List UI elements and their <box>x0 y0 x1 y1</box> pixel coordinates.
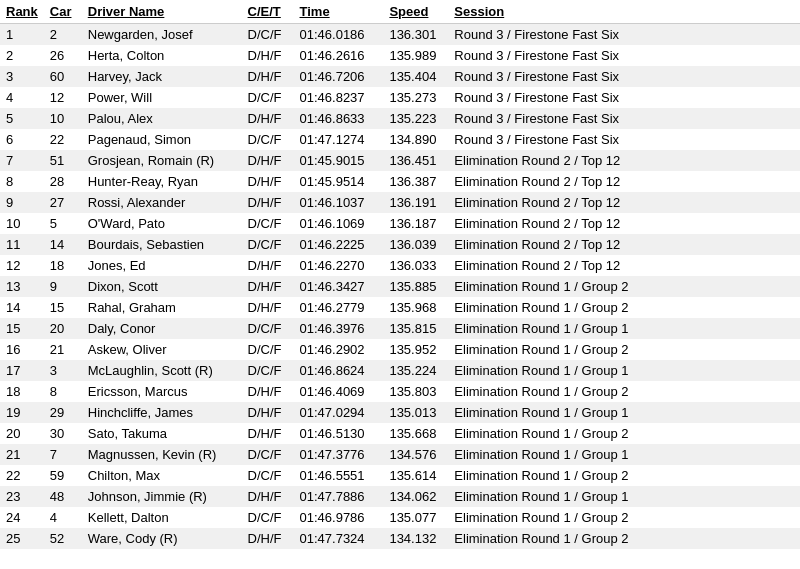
cell-car: 21 <box>44 339 82 360</box>
cell-session: Elimination Round 2 / Top 12 <box>448 171 800 192</box>
cell-time: 01:46.2616 <box>294 45 384 66</box>
cell-speed: 135.668 <box>383 423 448 444</box>
table-row: 217Magnussen, Kevin (R)D/C/F01:47.377613… <box>0 444 800 465</box>
cell-car: 2 <box>44 24 82 46</box>
cell-driver: Palou, Alex <box>82 108 242 129</box>
cell-rank: 21 <box>0 444 44 465</box>
cell-session: Round 3 / Firestone Fast Six <box>448 108 800 129</box>
cell-time: 01:45.9015 <box>294 150 384 171</box>
cell-speed: 135.223 <box>383 108 448 129</box>
cell-session: Elimination Round 1 / Group 2 <box>448 381 800 402</box>
header-time: Time <box>294 0 384 24</box>
cell-rank: 24 <box>0 507 44 528</box>
cell-car: 26 <box>44 45 82 66</box>
table-row: 105O'Ward, PatoD/C/F01:46.1069136.187Eli… <box>0 213 800 234</box>
cell-car: 52 <box>44 528 82 549</box>
cell-speed: 136.451 <box>383 150 448 171</box>
cell-rank: 3 <box>0 66 44 87</box>
cell-car: 12 <box>44 87 82 108</box>
cell-session: Elimination Round 1 / Group 1 <box>448 360 800 381</box>
table-row: 622Pagenaud, SimonD/C/F01:47.1274134.890… <box>0 129 800 150</box>
cell-speed: 136.039 <box>383 234 448 255</box>
cell-car: 4 <box>44 507 82 528</box>
cell-driver: Kellett, Dalton <box>82 507 242 528</box>
cell-cet: D/C/F <box>242 318 294 339</box>
table-row: 188Ericsson, MarcusD/H/F01:46.4069135.80… <box>0 381 800 402</box>
cell-time: 01:46.2225 <box>294 234 384 255</box>
cell-time: 01:46.7206 <box>294 66 384 87</box>
table-row: 226Herta, ColtonD/H/F01:46.2616135.989Ro… <box>0 45 800 66</box>
cell-driver: Hinchcliffe, James <box>82 402 242 423</box>
cell-rank: 9 <box>0 192 44 213</box>
cell-speed: 134.062 <box>383 486 448 507</box>
cell-car: 8 <box>44 381 82 402</box>
cell-session: Elimination Round 1 / Group 1 <box>448 444 800 465</box>
cell-rank: 23 <box>0 486 44 507</box>
cell-time: 01:46.1037 <box>294 192 384 213</box>
cell-speed: 135.952 <box>383 339 448 360</box>
table-row: 927Rossi, AlexanderD/H/F01:46.1037136.19… <box>0 192 800 213</box>
cell-cet: D/C/F <box>242 339 294 360</box>
cell-cet: D/H/F <box>242 423 294 444</box>
cell-session: Elimination Round 1 / Group 2 <box>448 507 800 528</box>
table-row: 1415Rahal, GrahamD/H/F01:46.2779135.968E… <box>0 297 800 318</box>
cell-cet: D/H/F <box>242 528 294 549</box>
cell-time: 01:46.5551 <box>294 465 384 486</box>
cell-session: Elimination Round 1 / Group 2 <box>448 423 800 444</box>
table-row: 751Grosjean, Romain (R)D/H/F01:45.901513… <box>0 150 800 171</box>
cell-time: 01:46.8633 <box>294 108 384 129</box>
cell-rank: 6 <box>0 129 44 150</box>
table-row: 828Hunter-Reay, RyanD/H/F01:45.9514136.3… <box>0 171 800 192</box>
cell-speed: 135.968 <box>383 297 448 318</box>
cell-driver: Power, Will <box>82 87 242 108</box>
cell-driver: Herta, Colton <box>82 45 242 66</box>
cell-rank: 15 <box>0 318 44 339</box>
cell-cet: D/H/F <box>242 66 294 87</box>
cell-driver: Bourdais, Sebastien <box>82 234 242 255</box>
table-row: 173McLaughlin, Scott (R)D/C/F01:46.86241… <box>0 360 800 381</box>
cell-session: Elimination Round 1 / Group 1 <box>448 402 800 423</box>
cell-car: 22 <box>44 129 82 150</box>
header-rank: Rank <box>0 0 44 24</box>
cell-driver: Rahal, Graham <box>82 297 242 318</box>
table-row: 1520Daly, ConorD/C/F01:46.3976135.815Eli… <box>0 318 800 339</box>
cell-time: 01:46.0186 <box>294 24 384 46</box>
table-row: 2552Ware, Cody (R)D/H/F01:47.7324134.132… <box>0 528 800 549</box>
cell-driver: Dixon, Scott <box>82 276 242 297</box>
cell-session: Elimination Round 1 / Group 2 <box>448 465 800 486</box>
cell-time: 01:46.4069 <box>294 381 384 402</box>
cell-session: Round 3 / Firestone Fast Six <box>448 129 800 150</box>
cell-speed: 134.890 <box>383 129 448 150</box>
cell-car: 59 <box>44 465 82 486</box>
cell-time: 01:47.7324 <box>294 528 384 549</box>
cell-rank: 18 <box>0 381 44 402</box>
table-row: 139Dixon, ScottD/H/F01:46.3427135.885Eli… <box>0 276 800 297</box>
cell-car: 27 <box>44 192 82 213</box>
cell-cet: D/C/F <box>242 129 294 150</box>
cell-speed: 135.815 <box>383 318 448 339</box>
cell-session: Round 3 / Firestone Fast Six <box>448 87 800 108</box>
cell-time: 01:46.8624 <box>294 360 384 381</box>
cell-driver: Chilton, Max <box>82 465 242 486</box>
cell-car: 29 <box>44 402 82 423</box>
cell-cet: D/C/F <box>242 507 294 528</box>
cell-session: Elimination Round 2 / Top 12 <box>448 255 800 276</box>
cell-car: 5 <box>44 213 82 234</box>
table-row: 1218Jones, EdD/H/F01:46.2270136.033Elimi… <box>0 255 800 276</box>
cell-cet: D/H/F <box>242 297 294 318</box>
cell-driver: Newgarden, Josef <box>82 24 242 46</box>
cell-rank: 5 <box>0 108 44 129</box>
header-cet: C/E/T <box>242 0 294 24</box>
cell-rank: 1 <box>0 24 44 46</box>
cell-rank: 10 <box>0 213 44 234</box>
cell-cet: D/H/F <box>242 108 294 129</box>
cell-car: 14 <box>44 234 82 255</box>
table-header-row: Rank Car Driver Name C/E/T Time Speed Se… <box>0 0 800 24</box>
cell-driver: Jones, Ed <box>82 255 242 276</box>
header-session: Session <box>448 0 800 24</box>
cell-cet: D/H/F <box>242 276 294 297</box>
cell-session: Round 3 / Firestone Fast Six <box>448 45 800 66</box>
cell-speed: 135.989 <box>383 45 448 66</box>
cell-driver: McLaughlin, Scott (R) <box>82 360 242 381</box>
cell-cet: D/H/F <box>242 486 294 507</box>
